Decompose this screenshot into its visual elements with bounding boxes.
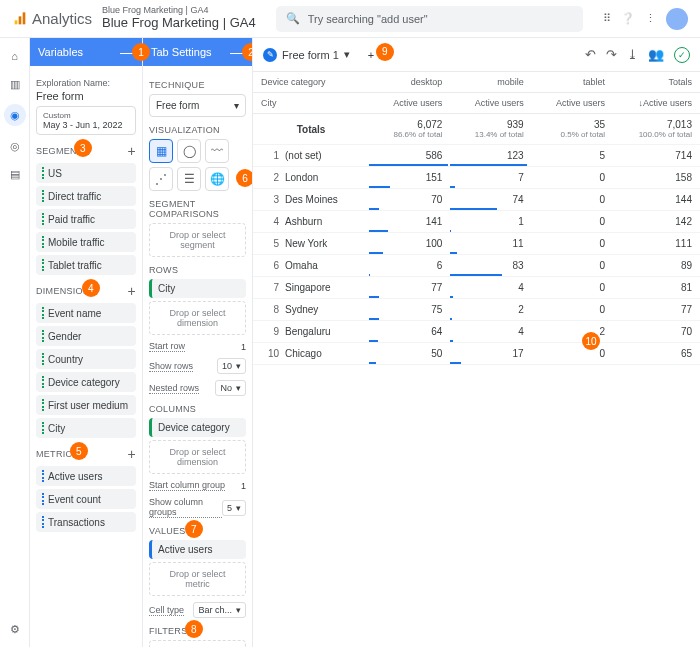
table-row[interactable]: 3Des Moines 70 74 0 144	[253, 189, 700, 211]
advertising-icon[interactable]: ◎	[7, 138, 23, 154]
col-city[interactable]: City	[253, 93, 369, 114]
data-table: Device category desktop mobile tablet To…	[253, 72, 700, 365]
annotation-badge-3: 3	[74, 139, 92, 157]
col-desktop[interactable]: desktop	[369, 72, 450, 93]
table-row[interactable]: 2London 151 7 0 158	[253, 167, 700, 189]
configure-icon[interactable]: ▤	[7, 166, 23, 182]
add-segment-button[interactable]: +	[128, 143, 136, 159]
search-bar[interactable]: 🔍 Try searching "add user"	[276, 6, 583, 32]
nested-rows-select[interactable]: No▾	[215, 380, 246, 396]
viz-table-icon[interactable]: ▦	[149, 139, 173, 163]
exploration-name-label: Exploration Name:	[36, 78, 136, 88]
dimension-chip[interactable]: Event name	[36, 303, 136, 323]
viz-scatter-icon[interactable]: ⋰	[149, 167, 173, 191]
start-row-value[interactable]: 1	[241, 342, 246, 352]
explore-icon[interactable]: ◉	[4, 104, 26, 126]
col-active-users[interactable]: Active users	[369, 93, 450, 114]
dimension-chip[interactable]: First user medium	[36, 395, 136, 415]
reports-icon[interactable]: ▥	[7, 76, 23, 92]
dimension-chip[interactable]: Country	[36, 349, 136, 369]
cell-type-label: Cell type	[149, 605, 184, 616]
dimension-chip[interactable]: Device category	[36, 372, 136, 392]
add-tab-button[interactable]: + 9	[368, 49, 374, 61]
metric-chip[interactable]: Event count	[36, 489, 136, 509]
viz-geo-icon[interactable]: 🌐	[205, 167, 229, 191]
table-row[interactable]: 5New York 100 11 0 111	[253, 233, 700, 255]
col-active-users-sort[interactable]: ↓Active users	[613, 93, 700, 114]
segment-chip[interactable]: Mobile traffic	[36, 232, 136, 252]
sample-status-icon[interactable]: ✓	[674, 47, 690, 63]
date-range-picker[interactable]: Custom May 3 - Jun 1, 2022	[36, 106, 136, 135]
table-row[interactable]: 7Singapore 77 4 0 81	[253, 277, 700, 299]
nested-rows-label: Nested rows	[149, 383, 199, 394]
show-rows-select[interactable]: 10▾	[217, 358, 246, 374]
header-actions: ⠿ ❔ ⋮	[603, 8, 688, 30]
chevron-down-icon: ▾	[234, 100, 239, 111]
page-title: Blue Frog Marketing | GA4	[102, 16, 256, 30]
row-chip[interactable]: City	[149, 279, 246, 298]
col-tablet[interactable]: tablet	[532, 72, 613, 93]
metric-chip[interactable]: Transactions	[36, 512, 136, 532]
admin-icon[interactable]: ⚙	[7, 621, 23, 637]
column-chip[interactable]: Device category	[149, 418, 246, 437]
col-active-users[interactable]: Active users	[532, 93, 613, 114]
date-custom-label: Custom	[43, 111, 129, 120]
report-tab[interactable]: ✎ Free form 1 ▾	[263, 48, 350, 62]
more-icon[interactable]: ⋮	[645, 12, 656, 25]
undo-icon[interactable]: ↶	[585, 47, 596, 62]
viz-bar-icon[interactable]: ☰	[177, 167, 201, 191]
metric-chip[interactable]: Active users	[36, 466, 136, 486]
segment-chip[interactable]: Direct traffic	[36, 186, 136, 206]
metrics-header: METRICS + 5	[36, 446, 136, 462]
viz-donut-icon[interactable]: ◯	[177, 139, 201, 163]
home-icon[interactable]: ⌂	[7, 48, 23, 64]
start-row-label: Start row	[149, 341, 185, 352]
search-placeholder: Try searching "add user"	[308, 13, 428, 25]
table-row[interactable]: 6Omaha 6 83 0 89	[253, 255, 700, 277]
annotation-badge-2: 2	[242, 43, 253, 61]
table-header-row: Device category desktop mobile tablet To…	[253, 72, 700, 93]
col-device-category[interactable]: Device category	[253, 72, 369, 93]
variables-panel: Variables — 1 Exploration Name: Free for…	[30, 38, 143, 647]
col-mobile[interactable]: mobile	[450, 72, 531, 93]
start-col-label: Start column group	[149, 480, 225, 491]
show-col-label: Show column groups	[149, 497, 222, 518]
table-row[interactable]: 9Bengaluru 64 4 2 70	[253, 321, 700, 343]
totals-row: Totals 6,07286.6% of total 93913.4% of t…	[253, 114, 700, 145]
table-row[interactable]: 10Chicago 50 17 0 65	[253, 343, 700, 365]
columns-label: COLUMNS	[149, 404, 246, 414]
viz-line-icon[interactable]: 〰	[205, 139, 229, 163]
segment-chip[interactable]: Tablet traffic	[36, 255, 136, 275]
cell-type-select[interactable]: Bar ch...▾	[193, 602, 246, 618]
avatar[interactable]	[666, 8, 688, 30]
annotation-badge-4: 4	[82, 279, 100, 297]
technique-select[interactable]: Free form▾	[149, 94, 246, 117]
add-dimension-button[interactable]: +	[128, 283, 136, 299]
redo-icon[interactable]: ↷	[606, 47, 617, 62]
col-active-users[interactable]: Active users	[450, 93, 531, 114]
filters-dropzone[interactable]: Drop or select dimension or metric	[149, 640, 246, 647]
add-metric-button[interactable]: +	[128, 446, 136, 462]
start-col-value[interactable]: 1	[241, 481, 246, 491]
share-icon[interactable]: 👥	[648, 47, 664, 62]
segment-dropzone[interactable]: Drop or select segment	[149, 223, 246, 257]
columns-dropzone[interactable]: Drop or select dimension	[149, 440, 246, 474]
title-block[interactable]: Blue Frog Marketing | GA4 Blue Frog Mark…	[102, 6, 256, 30]
help-icon[interactable]: ❔	[621, 12, 635, 25]
logo[interactable]: Analytics	[12, 10, 92, 27]
apps-icon[interactable]: ⠿	[603, 12, 611, 25]
segment-chip[interactable]: Paid traffic	[36, 209, 136, 229]
download-icon[interactable]: ⤓	[627, 47, 638, 62]
dimension-chip[interactable]: City	[36, 418, 136, 438]
table-row[interactable]: 1(not set) 586 123 5 714	[253, 145, 700, 167]
dimension-chip[interactable]: Gender	[36, 326, 136, 346]
segment-chip[interactable]: US	[36, 163, 136, 183]
exploration-name[interactable]: Free form	[36, 90, 136, 102]
value-chip[interactable]: Active users	[149, 540, 246, 559]
rows-dropzone[interactable]: Drop or select dimension	[149, 301, 246, 335]
values-dropzone[interactable]: Drop or select metric	[149, 562, 246, 596]
col-totals[interactable]: Totals	[613, 72, 700, 93]
show-col-select[interactable]: 5▾	[222, 500, 246, 516]
table-row[interactable]: 8Sydney 75 2 0 77	[253, 299, 700, 321]
table-row[interactable]: 4Ashburn 141 1 0 142	[253, 211, 700, 233]
